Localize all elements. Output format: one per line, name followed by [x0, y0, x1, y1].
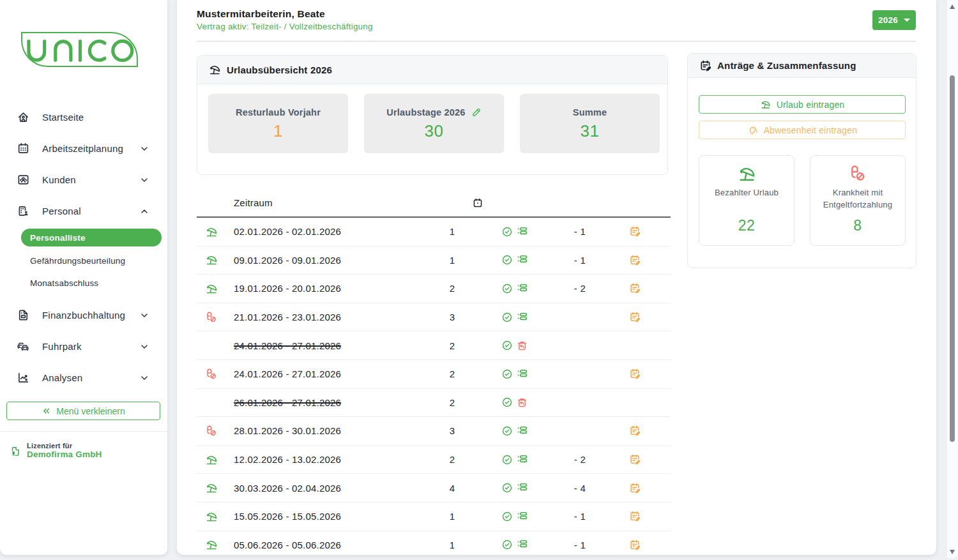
- window-scrollbar[interactable]: [947, 0, 958, 558]
- scroll-up-arrow-icon[interactable]: [950, 4, 955, 9]
- table-row[interactable]: 26.01.2026 - 27.01.2026 2: [197, 389, 671, 418]
- confirmed-check-icon: [501, 226, 513, 238]
- year-label: 2026: [878, 15, 898, 25]
- date-range: 24.01.2026 - 27.01.2026: [234, 340, 432, 351]
- summary-label: Krankheit mit Entgeltfortzahlung: [810, 187, 905, 211]
- umbrella-icon: [760, 99, 771, 110]
- sidebar-item-personal[interactable]: Personal: [0, 195, 167, 227]
- table-row[interactable]: 19.01.2026 - 20.01.2026 2 - 2: [197, 275, 671, 303]
- absence-type-cell: [197, 282, 234, 295]
- list-details-icon[interactable]: [516, 510, 529, 523]
- sidebar-item-fuhrpark[interactable]: Fuhrpark: [0, 331, 167, 362]
- table-row[interactable]: 02.01.2026 - 02.01.2026 1 - 1: [197, 218, 671, 246]
- note-edit-icon[interactable]: [629, 254, 641, 266]
- umbrella-icon: [205, 453, 218, 466]
- year-selector[interactable]: 2026: [872, 10, 916, 30]
- add-vacation-button[interactable]: Urlaub eintragen: [699, 95, 906, 114]
- note-edit-icon[interactable]: [629, 282, 641, 294]
- stat-resturlaub-vorjahr: Resturlaub Vorjahr 1: [208, 94, 348, 153]
- list-details-icon[interactable]: [516, 453, 529, 466]
- umbrella-icon: [205, 481, 218, 494]
- sickness-icon: [205, 311, 218, 324]
- status-cell: [473, 311, 554, 324]
- list-details-icon[interactable]: [516, 481, 529, 494]
- absence-type-cell: [197, 425, 234, 437]
- note-edit-icon[interactable]: [629, 510, 641, 522]
- note-edit-icon[interactable]: [629, 425, 641, 437]
- confirmed-check-icon: [501, 454, 513, 465]
- sidebar-item-finanzbuchhaltung[interactable]: Finanzbuchhaltung: [0, 299, 167, 331]
- umbrella-icon: [205, 225, 218, 238]
- note-edit-icon[interactable]: [629, 482, 641, 494]
- list-details-icon[interactable]: [516, 538, 529, 551]
- sidebar-item-analysen[interactable]: Analysen: [0, 362, 167, 393]
- sidebar-item-kunden[interactable]: Kunden: [0, 164, 167, 195]
- list-details-icon[interactable]: [516, 254, 529, 266]
- days-count: 2: [432, 454, 473, 465]
- table-row[interactable]: 21.01.2026 - 23.01.2026 3: [197, 303, 671, 332]
- list-details-icon[interactable]: [516, 368, 529, 381]
- edit-cell: [605, 453, 671, 465]
- requests-summary-title: Anträge & Zusammenfassung: [717, 60, 856, 71]
- stat-value: 31: [520, 121, 660, 141]
- unico-logo[interactable]: [21, 32, 138, 68]
- sidebar-item-gefaehrdungsbeurteilung[interactable]: Gefährdungsbeurteilung: [30, 252, 125, 269]
- absence-type-cell: [197, 481, 234, 494]
- trash-restore-icon[interactable]: [516, 397, 528, 409]
- table-row[interactable]: 24.01.2026 - 27.01.2026 2: [197, 331, 671, 360]
- license-company: Demofirma GmbH: [27, 450, 102, 459]
- scrollbar-thumb[interactable]: [950, 75, 955, 442]
- status-cell: [473, 425, 554, 437]
- sidebar-item-label: Fuhrpark: [42, 341, 82, 352]
- list-details-icon[interactable]: [516, 282, 529, 295]
- note-edit-icon[interactable]: [629, 311, 641, 323]
- list-details-icon[interactable]: [516, 425, 529, 437]
- table-row[interactable]: 24.01.2026 - 27.01.2026 2: [197, 360, 671, 389]
- table-row[interactable]: 30.03.2026 - 02.04.2026 4 - 4: [197, 474, 671, 503]
- sidebar-item-label: Kunden: [42, 174, 76, 185]
- stat-urlaubstage: Urlaubstage 2026 30: [364, 94, 504, 153]
- absence-type-cell: [197, 254, 234, 266]
- days-count: 1: [432, 511, 473, 522]
- table-row[interactable]: 09.01.2026 - 09.01.2026 1 - 1: [197, 246, 671, 275]
- edit-cell: [605, 254, 671, 266]
- add-absence-button[interactable]: Abwesenheit eintragen: [699, 121, 906, 139]
- header-divider: [197, 41, 916, 42]
- stat-label-text: Summe: [573, 107, 607, 117]
- note-edit-icon[interactable]: [629, 225, 641, 238]
- scroll-down-arrow-icon[interactable]: [950, 550, 955, 554]
- table-row[interactable]: 12.02.2026 - 13.02.2026 2 - 2: [197, 446, 671, 474]
- absence-type-cell: [197, 453, 234, 466]
- confirmed-check-icon: [501, 539, 513, 550]
- note-edit-icon[interactable]: [629, 368, 641, 380]
- sidebar-item-monatsabschluss[interactable]: Monatsabschluss: [30, 274, 98, 292]
- edit-cell: [605, 510, 671, 522]
- sickness-icon: [205, 368, 218, 381]
- list-details-icon[interactable]: [516, 311, 529, 324]
- date-range: 21.01.2026 - 23.01.2026: [234, 312, 432, 322]
- requests-summary-header: Anträge & Zusammenfassung: [688, 54, 916, 78]
- collapse-menu-button[interactable]: Menü verkleinern: [6, 402, 160, 420]
- customers-icon: [17, 173, 30, 186]
- summary-paid-vacation: Bezahlter Urlaub 22: [699, 155, 795, 246]
- license-label: Lizenziert für: [27, 442, 72, 450]
- edit-pencil-icon[interactable]: [471, 107, 482, 117]
- note-edit-icon[interactable]: [629, 453, 641, 465]
- chevron-down-icon: [139, 373, 149, 383]
- days-count: 3: [432, 312, 473, 322]
- vacation-overview-title: Urlaubsübersicht 2026: [227, 64, 332, 75]
- table-row[interactable]: 28.01.2026 - 30.01.2026 3: [197, 417, 671, 446]
- date-range: 12.02.2026 - 13.02.2026: [234, 454, 432, 465]
- table-row[interactable]: 15.05.2026 - 15.05.2026 1 - 1: [197, 503, 671, 531]
- list-details-icon[interactable]: [516, 225, 529, 238]
- contract-status: Vertrag aktiv: Teilzeit- / Vollzeitbesch…: [197, 22, 373, 31]
- home-icon: [17, 110, 30, 124]
- note-edit-icon[interactable]: [629, 539, 641, 551]
- sidebar-item-startseite[interactable]: Startseite: [0, 102, 167, 133]
- table-row[interactable]: 05.06.2026 - 05.06.2026 1 - 1: [197, 531, 671, 555]
- trash-restore-icon[interactable]: [516, 340, 528, 352]
- sidebar-item-personalliste[interactable]: Personalliste: [21, 229, 162, 246]
- days-count: 2: [432, 368, 473, 379]
- status-cell: [473, 254, 554, 266]
- sidebar-item-arbeitszeitplanung[interactable]: Arbeitszeitplanung: [0, 133, 167, 164]
